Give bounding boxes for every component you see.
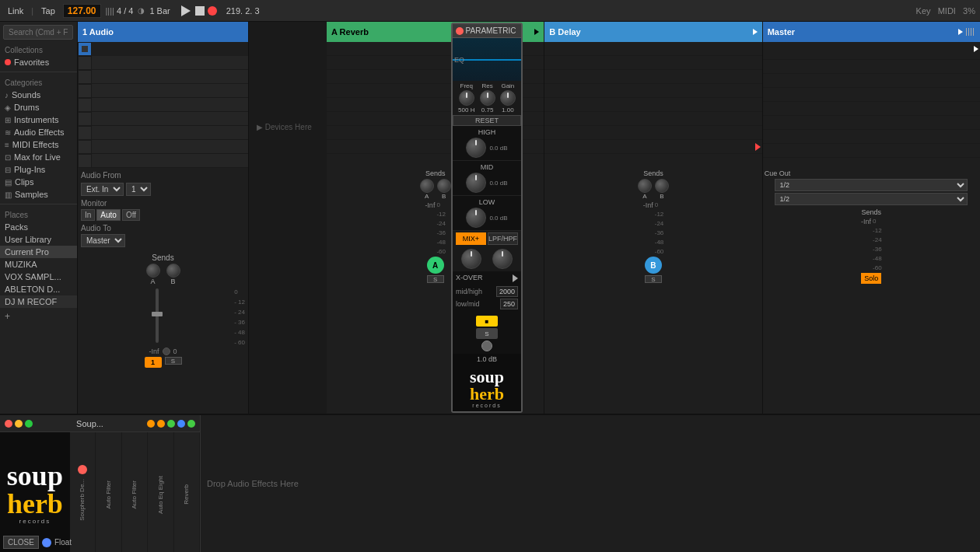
sidebar-item-muzika[interactable]: MUZIKA — [0, 258, 77, 271]
device-minimize-btn[interactable] — [15, 420, 23, 428]
reverb-active-btn[interactable]: A — [427, 257, 444, 274]
reverb-solo-btn[interactable]: S — [427, 275, 444, 283]
delay-clip-2[interactable] — [544, 56, 761, 70]
link-btn[interactable]: Link — [5, 5, 26, 16]
sidebar-item-plugins[interactable]: ⊟ Plug-Ins — [0, 163, 77, 176]
mid-band-knob[interactable] — [466, 173, 486, 193]
device-color-btn2[interactable] — [157, 420, 165, 428]
delay-send-a-knob[interactable] — [638, 179, 652, 193]
audio-from-select[interactable]: Ext. In — [81, 183, 124, 196]
device-color-btn[interactable] — [147, 420, 155, 428]
monitor-in-btn[interactable]: In — [81, 209, 95, 221]
filter-knob[interactable] — [492, 249, 513, 269]
sidebar-item-drums[interactable]: ◈ Drums — [0, 101, 77, 114]
delay-clip-5[interactable] — [544, 98, 761, 112]
reverb-send-a-knob[interactable] — [420, 179, 434, 193]
reset-btn[interactable]: RESET — [453, 115, 521, 126]
device-reverb[interactable]: Reverb — [174, 432, 200, 552]
master-clip-3[interactable] — [763, 74, 980, 88]
master-clip-8[interactable] — [763, 144, 980, 158]
sidebar-item-packs[interactable]: Packs — [0, 221, 77, 233]
sidebar-item-midi-effects[interactable]: ≡ MIDI Effects — [0, 138, 77, 151]
clip-record-btn[interactable] — [78, 42, 92, 56]
delay-clip-1[interactable] — [544, 42, 761, 56]
audio-from-channel-select[interactable]: 1 — [126, 183, 151, 196]
close-btn[interactable]: CLOSE — [3, 536, 39, 549]
delay-solo-btn[interactable]: S — [645, 275, 662, 283]
res-knob[interactable] — [480, 90, 495, 106]
mix-knob[interactable] — [461, 249, 481, 269]
send-a-knob[interactable] — [146, 264, 160, 278]
low-band-knob[interactable] — [466, 208, 486, 228]
device-close-btn[interactable] — [5, 420, 12, 428]
sidebar-item-audio-effects[interactable]: ≋ Audio Effects — [0, 126, 77, 138]
sidebar-item-user-library[interactable]: User Library — [0, 233, 77, 246]
master-post-btn[interactable]: Solo — [861, 273, 881, 284]
device-auto-filter-2[interactable]: Auto Filter — [122, 432, 148, 552]
gain-knob[interactable] — [500, 90, 516, 106]
device-soupherb[interactable]: Soupherb De... — [70, 432, 96, 552]
low-mid-val[interactable]: 250 — [500, 299, 518, 309]
audio-to-select[interactable]: Master — [81, 234, 125, 247]
cue-out-select[interactable]: 1/2 — [775, 179, 968, 191]
reverb-send-b-knob[interactable] — [437, 179, 451, 193]
sidebar-item-vox[interactable]: VOX SAMPL... — [0, 271, 77, 283]
delay-send-b-knob[interactable] — [655, 179, 669, 193]
delay-clip-3[interactable] — [544, 70, 761, 84]
mid-high-val[interactable]: 2000 — [496, 286, 518, 297]
track-1-header[interactable]: 1 Audio — [78, 22, 248, 42]
monitor-auto-btn[interactable]: Auto — [96, 209, 121, 221]
sidebar-item-max-for-live[interactable]: ⊡ Max for Live — [0, 151, 77, 163]
loop-display[interactable]: 1 Bar — [149, 6, 170, 16]
volume-fader[interactable] — [156, 288, 159, 343]
sidebar-item-clips[interactable]: ▤ Clips — [0, 176, 77, 188]
play-btn[interactable] — [181, 5, 192, 16]
sidebar-item-instruments[interactable]: ⊞ Instruments — [0, 114, 77, 126]
pan-knob[interactable] — [163, 348, 170, 355]
send-b-knob[interactable] — [166, 264, 180, 278]
eq-active-btn[interactable]: ■ — [476, 316, 498, 327]
search-input[interactable] — [3, 25, 73, 40]
sidebar-item-current-pro[interactable]: Current Pro — [0, 246, 77, 258]
sidebar-item-favorites[interactable]: Favorites — [0, 56, 77, 68]
master-clip-2[interactable] — [763, 60, 980, 74]
master-clip-5[interactable] — [763, 102, 980, 116]
solo-btn[interactable]: S — [165, 357, 182, 365]
lpf-hpf-btn[interactable]: LPF/HPF — [488, 232, 518, 245]
freq-knob[interactable] — [459, 90, 474, 106]
delay-clip-4[interactable] — [544, 84, 761, 98]
device-color-btn4[interactable] — [177, 420, 185, 428]
record-btn[interactable] — [208, 6, 217, 16]
track-header-delay[interactable]: B Delay — [544, 22, 762, 42]
mix-plus-btn[interactable]: MIX+ — [456, 232, 486, 245]
sidebar-item-samples[interactable]: ▥ Samples — [0, 188, 77, 201]
device-color-btn5[interactable] — [187, 420, 195, 428]
delay-clip-7[interactable] — [544, 126, 761, 140]
sidebar-item-dj-recof[interactable]: DJ M RECOF — [0, 295, 77, 308]
high-band-knob[interactable] — [466, 138, 486, 158]
device-eq-eight[interactable]: Auto Eq Eight — [148, 432, 173, 552]
master-clip-6[interactable] — [763, 116, 980, 130]
delay-clip-6[interactable] — [544, 112, 761, 126]
tap-btn[interactable]: Tap — [38, 5, 58, 16]
master-clip-7[interactable] — [763, 130, 980, 144]
master-clip-4[interactable] — [763, 88, 980, 102]
eq-slider-dot[interactable] — [481, 341, 492, 351]
sidebar-item-sounds[interactable]: ♪ Sounds — [0, 89, 77, 101]
device-float-btn[interactable] — [25, 420, 33, 428]
track-header-master[interactable]: Master — [763, 22, 980, 42]
delay-active-btn[interactable]: B — [645, 257, 662, 274]
sidebar-item-ableton[interactable]: ABLETON D... — [0, 283, 77, 295]
device-color-btn3[interactable] — [167, 420, 175, 428]
delay-clip-8[interactable] — [544, 140, 761, 154]
eq-close-btn[interactable] — [456, 27, 464, 35]
stop-btn[interactable] — [195, 6, 205, 16]
eq-s-btn[interactable]: S — [476, 328, 498, 339]
master-out-select[interactable]: 1/2 — [775, 193, 968, 205]
monitor-off-btn[interactable]: Off — [122, 209, 140, 221]
bpm-display[interactable]: 127.00 — [63, 4, 101, 18]
channel-num-btn[interactable]: 1 — [145, 357, 162, 368]
device-auto-filter-1[interactable]: Auto Filter — [96, 432, 121, 552]
sidebar-add-btn[interactable]: + — [0, 308, 77, 325]
master-clip-1[interactable] — [763, 46, 980, 60]
